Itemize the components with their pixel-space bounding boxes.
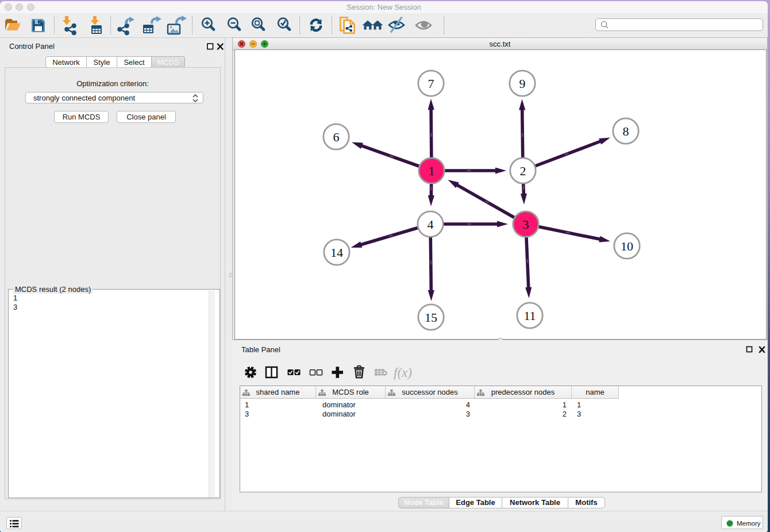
svg-text:4: 4 bbox=[428, 217, 434, 232]
svg-text:3: 3 bbox=[523, 217, 529, 232]
svg-text:14: 14 bbox=[330, 245, 343, 260]
svg-text:15: 15 bbox=[425, 310, 437, 325]
svg-text:1: 1 bbox=[429, 164, 435, 178]
svg-text:9: 9 bbox=[519, 76, 526, 91]
svg-text:8: 8 bbox=[623, 124, 629, 138]
svg-text:2: 2 bbox=[520, 164, 526, 178]
svg-text:f(x): f(x) bbox=[394, 365, 412, 380]
svg-text:10: 10 bbox=[621, 239, 633, 253]
svg-text:6: 6 bbox=[333, 130, 340, 144]
svg-text:7: 7 bbox=[428, 76, 434, 91]
svg-text:11: 11 bbox=[523, 309, 536, 323]
